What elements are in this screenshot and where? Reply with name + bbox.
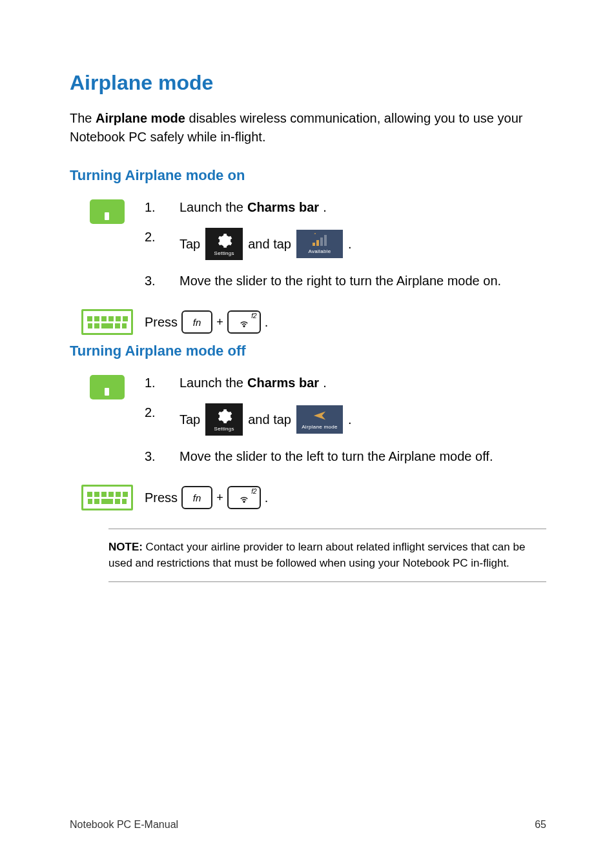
footer-left: Notebook PC E-Manual [70, 819, 178, 831]
airplane-icon [313, 409, 327, 423]
step3-text: Move the slider to the right to turn the… [180, 272, 546, 290]
page-title: Airplane mode [70, 71, 546, 95]
f2-label: f2 [251, 312, 256, 319]
fn-key-icon: fn [181, 486, 212, 509]
press-label: Press [145, 315, 178, 330]
svg-point-5 [243, 326, 245, 327]
plus-sign: + [216, 491, 223, 505]
settings-label: Settings [214, 250, 234, 257]
plus-sign: + [216, 316, 223, 329]
step1-bold: Charms bar [247, 374, 319, 392]
step-num: 1. [145, 374, 180, 392]
press-label: Press [145, 490, 178, 505]
step2-andtap: and tap [248, 410, 291, 429]
wireless-icon [238, 318, 250, 329]
airplane-label: Airplane mode [302, 423, 338, 430]
note-block: NOTE: Contact your airline provider to l… [108, 529, 546, 582]
step2-period: . [348, 410, 352, 429]
step-num: 2. [145, 403, 180, 421]
step3-text: Move the slider to the left to turn the … [180, 447, 546, 465]
gear-icon [216, 408, 232, 425]
settings-label: Settings [214, 425, 234, 432]
step-num: 3. [145, 272, 180, 290]
press-period: . [265, 490, 269, 505]
fn-key-icon: fn [181, 310, 212, 334]
page-number: 65 [535, 819, 546, 831]
press-period: . [265, 315, 269, 330]
touchpad-icon [90, 199, 125, 224]
note-label: NOTE: [108, 541, 143, 553]
keyboard-icon [81, 309, 133, 335]
available-label: Available [308, 248, 331, 255]
step1-post: . [323, 374, 327, 392]
step2-tap: Tap [180, 410, 200, 429]
svg-rect-2 [320, 237, 323, 246]
page-footer: Notebook PC E-Manual 65 [70, 819, 546, 831]
intro-pre: The [70, 111, 96, 125]
step2-andtap: and tap [248, 235, 291, 253]
step2-tap: Tap [180, 235, 200, 253]
settings-tile: Settings [205, 228, 243, 260]
intro-bold: Airplane mode [96, 111, 185, 125]
airplane-mode-tile: Airplane mode [296, 405, 343, 434]
svg-rect-3 [324, 235, 327, 246]
step2-period: . [348, 235, 352, 253]
gear-icon [216, 232, 232, 249]
svg-text:*: * [314, 233, 316, 238]
f2-label: f2 [251, 488, 256, 495]
note-text: Contact your airline provider to learn a… [108, 541, 525, 569]
intro-paragraph: The Airplane mode disables wireless comm… [70, 109, 546, 146]
f2-key-icon: f2 [227, 310, 261, 334]
step-num: 2. [145, 228, 180, 246]
settings-tile: Settings [205, 403, 243, 436]
signal-bars-icon: * [310, 233, 329, 247]
heading-off: Turning Airplane mode off [70, 343, 546, 359]
step1-bold: Charms bar [247, 198, 319, 216]
keyboard-icon [81, 485, 133, 510]
svg-rect-0 [313, 243, 315, 246]
svg-point-6 [243, 501, 245, 503]
step-num: 3. [145, 447, 180, 465]
touchpad-icon [90, 375, 125, 399]
step1-pre: Launch the [180, 198, 243, 216]
svg-rect-1 [316, 240, 319, 246]
step-num: 1. [145, 198, 180, 216]
step1-pre: Launch the [180, 374, 243, 392]
step1-post: . [323, 198, 327, 216]
available-tile: * Available [296, 230, 343, 258]
heading-on: Turning Airplane mode on [70, 167, 546, 184]
f2-key-icon: f2 [227, 486, 261, 509]
wireless-icon [238, 493, 250, 505]
